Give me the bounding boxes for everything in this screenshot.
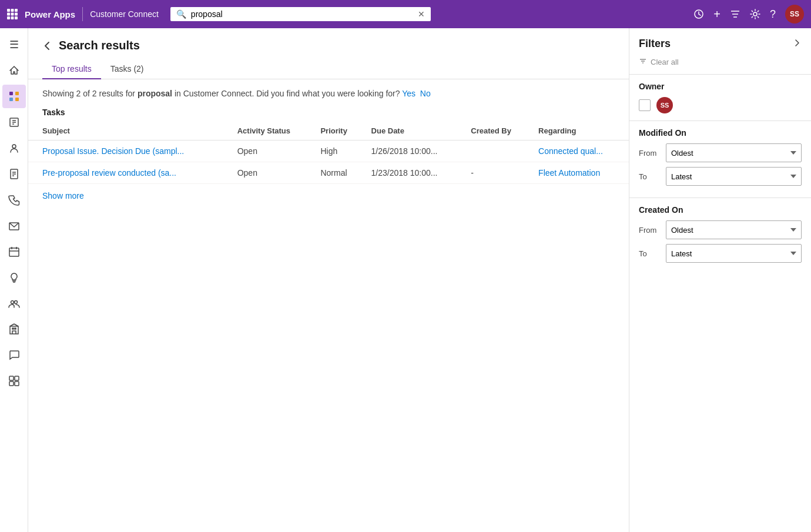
sidebar-item-groups[interactable] xyxy=(2,292,26,315)
row1-due-date: 1/26/2018 10:00... xyxy=(364,140,464,162)
filter-owner-section: Owner SS xyxy=(629,74,811,121)
modified-to-label: To xyxy=(639,172,660,181)
modified-on-title: Modified On xyxy=(639,128,802,138)
svg-rect-17 xyxy=(15,98,19,101)
filter-created-on-section: Created On From Oldest Latest To Oldest … xyxy=(629,198,811,275)
svg-rect-1 xyxy=(11,9,14,12)
svg-rect-0 xyxy=(7,9,10,12)
col-created-by: Created By xyxy=(464,122,531,140)
svg-rect-39 xyxy=(12,328,14,329)
row2-priority: Normal xyxy=(313,162,364,184)
env-name: Customer Connect xyxy=(90,9,159,19)
results-query: proposal xyxy=(138,89,172,98)
owner-checkboxes: SS xyxy=(639,97,802,113)
svg-rect-7 xyxy=(11,16,14,19)
svg-rect-4 xyxy=(11,13,14,16)
search-input[interactable] xyxy=(191,9,413,19)
created-to-select[interactable]: Oldest Latest xyxy=(666,244,802,263)
sidebar-item-dashboard[interactable] xyxy=(2,85,26,108)
tabs: Top results Tasks (2) xyxy=(28,52,629,79)
sidebar-item-notes[interactable] xyxy=(2,162,26,186)
no-link[interactable]: No xyxy=(420,89,431,98)
topbar-divider xyxy=(82,7,83,21)
grid-icon[interactable] xyxy=(7,9,18,19)
sidebar-item-home[interactable] xyxy=(2,59,26,82)
modified-on-from-row: From Oldest Latest xyxy=(639,143,802,162)
svg-rect-16 xyxy=(9,98,13,101)
help-icon[interactable]: ? xyxy=(770,8,776,21)
owner-avatar[interactable]: SS xyxy=(656,97,673,113)
sync-icon[interactable] xyxy=(693,9,704,19)
sidebar-item-chat[interactable] xyxy=(2,343,26,367)
app-name: Power Apps xyxy=(25,9,75,19)
svg-rect-44 xyxy=(15,382,19,386)
svg-rect-42 xyxy=(15,376,19,380)
filter-collapse-button[interactable] xyxy=(792,38,802,50)
row1-subject-link[interactable]: Proposal Issue. Decision Due (sampl... xyxy=(42,146,184,156)
page-title: Search results xyxy=(59,39,140,52)
filter-clear-all[interactable]: Clear all xyxy=(629,55,811,74)
row1-regarding-link[interactable]: Connected qual... xyxy=(538,146,603,156)
user-avatar[interactable]: SS xyxy=(785,5,804,24)
svg-rect-36 xyxy=(10,326,18,334)
add-icon[interactable]: + xyxy=(713,8,720,21)
svg-rect-5 xyxy=(15,13,18,16)
back-button[interactable] xyxy=(42,41,53,51)
sidebar-item-calendar[interactable] xyxy=(2,240,26,263)
search-icon: 🔍 xyxy=(176,9,186,19)
content-area: Search results Top results Tasks (2) Sho… xyxy=(28,28,811,532)
sidebar-item-building[interactable] xyxy=(2,317,26,341)
tab-tasks[interactable]: Tasks (2) xyxy=(101,59,153,79)
clear-all-label: Clear all xyxy=(651,58,679,66)
topbar-actions: + ? SS xyxy=(693,5,804,24)
filter-panel: Filters Clear all xyxy=(629,28,811,532)
row1-priority: High xyxy=(313,140,364,162)
svg-point-35 xyxy=(14,301,17,304)
svg-point-22 xyxy=(12,145,16,148)
results-prefix: Showing 2 of 2 results for xyxy=(42,89,138,98)
svg-rect-28 xyxy=(9,248,19,256)
sidebar-item-contacts[interactable] xyxy=(2,136,26,160)
row2-subject-link[interactable]: Pre-proposal review conducted (sa... xyxy=(42,168,176,178)
svg-point-13 xyxy=(753,12,757,16)
col-activity-status: Activity Status xyxy=(230,122,314,140)
filter-clear-icon xyxy=(639,57,647,67)
created-on-from-row: From Oldest Latest xyxy=(639,220,802,239)
svg-rect-6 xyxy=(7,16,10,19)
svg-point-34 xyxy=(11,301,14,304)
sidebar-item-phone[interactable] xyxy=(2,188,26,212)
owner-checkbox[interactable] xyxy=(639,99,651,111)
sidebar-item-menu[interactable]: ☰ xyxy=(2,33,26,56)
sidebar-item-email[interactable] xyxy=(2,214,26,237)
created-to-label: To xyxy=(639,249,660,258)
created-on-to-row: To Oldest Latest xyxy=(639,244,802,263)
svg-rect-15 xyxy=(15,92,19,95)
modified-from-select[interactable]: Oldest Latest xyxy=(666,143,802,162)
results-info: Showing 2 of 2 results for proposal in C… xyxy=(28,79,629,103)
row2-regarding-link[interactable]: Fleet Automation xyxy=(538,168,600,178)
sidebar-item-records[interactable] xyxy=(2,111,26,134)
page-header: Search results xyxy=(28,28,629,52)
tasks-section-title: Tasks xyxy=(28,103,629,122)
filter-modified-on-section: Modified On From Oldest Latest To Oldest… xyxy=(629,121,811,198)
modified-to-select[interactable]: Oldest Latest xyxy=(666,167,802,186)
row2-created-by: - xyxy=(464,162,531,184)
filter-icon[interactable] xyxy=(730,9,740,19)
created-from-label: From xyxy=(639,226,660,235)
created-from-select[interactable]: Oldest Latest xyxy=(666,220,802,239)
created-on-title: Created On xyxy=(639,205,802,215)
row1-created-by xyxy=(464,140,531,162)
row2-status: Open xyxy=(230,162,314,184)
clear-search-icon[interactable]: ✕ xyxy=(418,9,425,19)
sidebar: ☰ xyxy=(0,28,28,532)
settings-icon[interactable] xyxy=(750,9,760,19)
svg-rect-14 xyxy=(9,92,13,95)
yes-link[interactable]: Yes xyxy=(402,89,415,98)
main-layout: ☰ xyxy=(0,28,811,532)
tab-top-results[interactable]: Top results xyxy=(42,59,101,79)
results-table: Subject Activity Status Priority Due Dat… xyxy=(28,122,629,184)
table-row: Proposal Issue. Decision Due (sampl... O… xyxy=(28,140,629,162)
sidebar-item-bulb[interactable] xyxy=(2,266,26,289)
sidebar-item-extensions[interactable] xyxy=(2,369,26,393)
show-more-link[interactable]: Show more xyxy=(28,184,629,208)
